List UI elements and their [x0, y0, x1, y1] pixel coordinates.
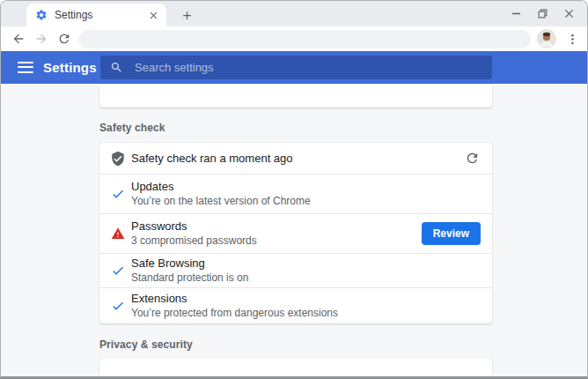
warning-icon — [110, 227, 126, 241]
new-tab-button[interactable] — [175, 4, 198, 26]
tab-strip: Settings — [1, 1, 587, 26]
url-input[interactable] — [89, 32, 520, 46]
refresh-icon[interactable] — [461, 148, 482, 169]
privacy-security-card — [99, 358, 492, 376]
check-icon — [110, 187, 126, 201]
shield-check-icon — [110, 151, 126, 167]
search-icon — [110, 61, 123, 74]
safety-item-passwords[interactable]: Passwords 3 compromised passwords Review — [99, 214, 492, 254]
review-button[interactable]: Review — [422, 222, 481, 245]
safety-item-safe-browsing[interactable]: Safe Browsing Standard protection is on — [99, 254, 492, 288]
settings-search-box[interactable] — [100, 56, 492, 79]
avatar[interactable] — [537, 29, 556, 48]
forward-icon[interactable] — [30, 28, 53, 49]
item-subtitle: You’re protected from dangerous extensio… — [131, 307, 481, 320]
item-title: Safe Browsing — [131, 256, 481, 271]
back-icon[interactable] — [7, 28, 30, 49]
safety-check-card: Safety check ran a moment ago Updates Yo… — [99, 143, 492, 323]
settings-header: Settings — [1, 51, 587, 84]
safety-check-status-text: Safety check ran a moment ago — [131, 152, 461, 165]
minimize-button[interactable] — [503, 1, 529, 26]
check-icon — [110, 264, 126, 278]
tab-title: Settings — [55, 9, 147, 21]
reload-icon[interactable] — [53, 28, 76, 49]
menu-dots-icon[interactable] — [563, 28, 581, 49]
window-controls — [503, 1, 582, 26]
page-title: Settings — [43, 60, 97, 75]
item-title: Passwords — [131, 219, 422, 234]
section-label-privacy-security: Privacy & security — [99, 338, 492, 351]
hamburger-menu-icon[interactable] — [18, 62, 33, 73]
browser-toolbar — [1, 26, 587, 51]
address-bar[interactable] — [78, 30, 531, 48]
item-subtitle: You’re on the latest version of Chrome — [131, 195, 481, 208]
safety-item-updates[interactable]: Updates You’re on the latest version of … — [99, 175, 492, 214]
check-icon — [110, 299, 126, 313]
item-subtitle: 3 compromised passwords — [131, 234, 422, 248]
section-label-safety-check: Safety check — [99, 122, 492, 134]
browser-window: Settings — [0, 0, 588, 379]
item-subtitle: Standard protection is on — [131, 271, 481, 285]
close-window-button[interactable] — [555, 1, 582, 26]
settings-content: Safety check Safety check ran a moment a… — [1, 84, 587, 376]
restore-button[interactable] — [529, 1, 555, 26]
item-title: Extensions — [131, 292, 481, 306]
tab-close-icon[interactable] — [147, 9, 159, 21]
search-input[interactable] — [133, 60, 482, 75]
item-title: Updates — [131, 180, 481, 194]
previous-section-card — [99, 84, 492, 108]
gear-icon — [35, 9, 48, 21]
safety-check-status-row: Safety check ran a moment ago — [99, 143, 492, 175]
tab-settings[interactable]: Settings — [26, 4, 166, 26]
safety-item-extensions[interactable]: Extensions You’re protected from dangero… — [99, 288, 492, 323]
